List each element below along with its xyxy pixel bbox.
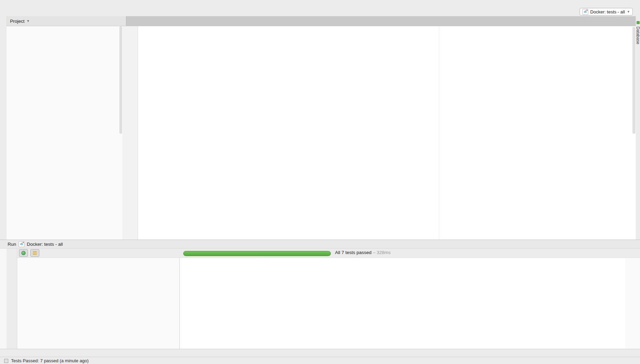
right-margin-guide xyxy=(439,26,439,240)
run-console-output[interactable] xyxy=(180,258,625,349)
chevron-down-icon[interactable]: ▼ xyxy=(27,19,30,23)
run-panel-config: Docker: tests - all xyxy=(27,242,63,247)
project-tree xyxy=(7,26,123,240)
inspections-ok-icon[interactable] xyxy=(637,21,640,24)
status-bar: Tests Passed: 7 passed (a minute ago) xyxy=(0,357,640,364)
code-editor[interactable] xyxy=(122,26,636,240)
docker-icon: di xyxy=(582,9,588,15)
tests-passed-label: All 7 tests passed xyxy=(335,250,372,255)
status-message[interactable]: Tests Passed: 7 passed (a minute ago) xyxy=(11,358,89,363)
tests-duration-label: – 328ms xyxy=(373,250,391,255)
status-icon[interactable] xyxy=(4,359,8,363)
editor-scrollbar[interactable] xyxy=(632,27,636,134)
test-progress-bar xyxy=(183,251,331,256)
navigation-bar: di Docker: tests - all ▼ xyxy=(0,7,640,17)
menu-bar xyxy=(0,0,640,7)
run-tool-window: Run di Docker: tests - all All 7 tests p… xyxy=(0,240,640,349)
editor-gutter xyxy=(122,26,138,240)
run-panel-title: Run xyxy=(8,242,16,247)
docker-icon: di xyxy=(19,241,24,247)
project-panel-title: Project xyxy=(10,19,24,24)
show-ignored-toggle[interactable] xyxy=(30,249,39,257)
chevron-down-icon: ▼ xyxy=(627,10,630,13)
project-tree-scrollbar[interactable] xyxy=(119,26,122,134)
run-tool-window-header: Run di Docker: tests - all xyxy=(0,240,640,249)
test-passed-icon xyxy=(21,251,26,255)
pycharm-window: di Docker: tests - all ▼ Project ▼ Datab… xyxy=(0,0,640,364)
project-panel-header: Project ▼ xyxy=(7,16,126,26)
main-toolbar: di Docker: tests - all ▼ xyxy=(580,8,640,16)
tool-stripe-database[interactable]: Database xyxy=(636,27,640,44)
run-configuration-label: Docker: tests - all xyxy=(590,9,625,14)
console-toolbar xyxy=(625,258,640,349)
run-controls-toolbar xyxy=(7,249,17,349)
show-passed-toggle[interactable] xyxy=(19,249,28,257)
test-filter-toolbar: All 7 tests passed – 328ms xyxy=(17,249,640,258)
run-configuration-select[interactable]: di Docker: tests - all ▼ xyxy=(580,8,633,16)
test-results-tree xyxy=(17,258,180,349)
test-progress-text: All 7 tests passed – 328ms xyxy=(335,250,391,255)
tool-window-bar xyxy=(0,349,640,357)
header-band: Project ▼ xyxy=(0,16,636,27)
ignored-tests-icon xyxy=(33,251,37,255)
